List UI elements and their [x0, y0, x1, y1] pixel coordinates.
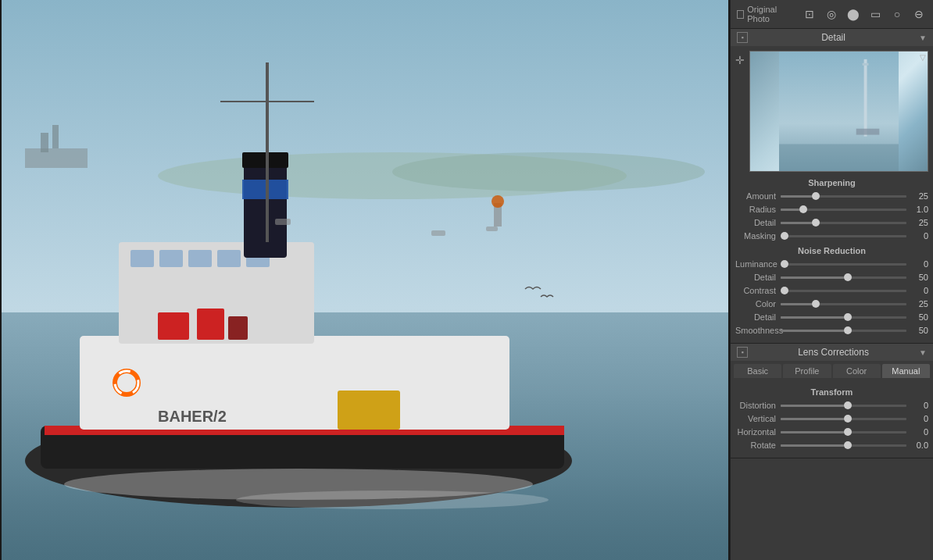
- distortion-value: 0: [906, 401, 928, 410]
- tab-manual[interactable]: Manual: [882, 364, 930, 378]
- svg-rect-31: [275, 219, 291, 225]
- detail-content: ✛: [731, 46, 933, 343]
- thumbnail-nav: ✛: [735, 51, 745, 66]
- original-photo-checkbox[interactable]: Original Photo: [737, 5, 791, 23]
- lens-corrections-title: Lens Corrections: [798, 347, 869, 358]
- record-icon[interactable]: ⬤: [845, 8, 861, 20]
- target-icon[interactable]: ◎: [824, 8, 839, 20]
- nr-detail-slider[interactable]: [781, 272, 906, 283]
- right-panel: Original Photo ⊡ ◎ ⬤ ▭ ○ ⊖ ▪ Detail ▼: [730, 0, 933, 560]
- contrast-slider[interactable]: [781, 285, 906, 296]
- tab-color[interactable]: Color: [833, 364, 881, 378]
- checkbox-icon[interactable]: [737, 10, 744, 19]
- nr-detail-label: Detail: [735, 273, 781, 282]
- detail-collapse-icon[interactable]: ▼: [919, 34, 927, 42]
- lens-collapse-icon[interactable]: ▼: [919, 348, 927, 357]
- luminance-slider[interactable]: [781, 259, 906, 269]
- svg-rect-18: [242, 152, 288, 168]
- circle-icon[interactable]: ○: [889, 8, 905, 20]
- contrast-row: Contrast 0: [735, 285, 928, 296]
- color-detail-slider[interactable]: [781, 312, 906, 323]
- svg-point-30: [236, 490, 549, 509]
- svg-rect-13: [159, 250, 183, 267]
- svg-rect-28: [338, 391, 400, 430]
- tab-basic[interactable]: Basic: [734, 364, 781, 378]
- svg-rect-12: [130, 250, 154, 267]
- lens-corrections-header[interactable]: ▪ Lens Corrections ▼: [731, 344, 933, 361]
- detail-section: ▪ Detail ▼ ✛: [731, 29, 933, 344]
- nav-cross-icon[interactable]: ✛: [735, 54, 745, 66]
- vertical-row: Vertical 0: [735, 413, 928, 424]
- lens-panel-icon: ▪: [737, 347, 748, 358]
- thumbnail-filter-icon: ▽: [920, 53, 926, 62]
- svg-rect-21: [197, 309, 224, 340]
- rotate-row: Rotate 0.0: [735, 440, 928, 451]
- svg-text:BAHER/2: BAHER/2: [158, 408, 227, 425]
- amount-slider[interactable]: [781, 191, 906, 202]
- masking-label: Masking: [735, 231, 781, 241]
- sharp-detail-value: 25: [906, 218, 928, 227]
- distortion-slider[interactable]: [781, 400, 906, 411]
- horizontal-row: Horizontal 0: [735, 426, 928, 437]
- original-photo-label: Original Photo: [747, 5, 791, 23]
- radius-slider[interactable]: [781, 204, 906, 215]
- svg-rect-22: [228, 316, 248, 340]
- svg-rect-4: [25, 148, 88, 168]
- amount-value: 25: [906, 191, 928, 201]
- tab-profile[interactable]: Profile: [783, 364, 831, 378]
- luminance-label: Luminance: [735, 259, 781, 269]
- color-value: 25: [906, 299, 928, 309]
- amount-row: Amount 25: [735, 191, 928, 202]
- detail-header-left: ▪: [737, 32, 748, 43]
- lens-corrections-section: ▪ Lens Corrections ▼ Basic Profile Color…: [731, 344, 933, 458]
- distortion-row: Distortion 0: [735, 400, 928, 411]
- noise-reduction-title: Noise Reduction: [735, 246, 928, 255]
- smoothness-value: 50: [906, 326, 928, 335]
- color-row: Color 25: [735, 298, 928, 309]
- sharp-detail-slider[interactable]: [781, 217, 906, 228]
- masking-value: 0: [906, 231, 928, 241]
- transform-title: Transform: [735, 387, 928, 397]
- vertical-slider[interactable]: [781, 413, 906, 424]
- svg-rect-10: [80, 336, 509, 430]
- toolbar-icons: ⊡ ◎ ⬤ ▭ ○ ⊖: [802, 8, 927, 20]
- nr-detail-row: Detail 50: [735, 272, 928, 283]
- color-label: Color: [735, 299, 781, 309]
- radius-value: 1.0: [906, 205, 928, 214]
- nr-detail-value: 50: [906, 273, 928, 282]
- svg-rect-33: [486, 226, 498, 231]
- smoothness-label: Smoothness: [735, 326, 781, 335]
- vertical-value: 0: [906, 414, 928, 423]
- svg-rect-20: [158, 312, 189, 340]
- svg-rect-5: [41, 133, 48, 152]
- photo-area: BAHER/2: [0, 0, 730, 560]
- lens-tabs: Basic Profile Color Manual: [731, 361, 933, 378]
- contrast-label: Contrast: [735, 286, 781, 295]
- rotate-slider[interactable]: [781, 440, 906, 451]
- smoothness-slider[interactable]: [781, 325, 906, 336]
- rect-icon[interactable]: ▭: [867, 8, 883, 20]
- lens-header-left: ▪: [737, 347, 748, 358]
- color-detail-value: 50: [906, 312, 928, 322]
- top-toolbar: Original Photo ⊡ ◎ ⬤ ▭ ○ ⊖: [731, 0, 933, 29]
- thumbnail-box[interactable]: ▽: [749, 51, 928, 172]
- horizontal-label: Horizontal: [735, 427, 781, 437]
- contrast-value: 0: [906, 286, 928, 295]
- horizontal-slider[interactable]: [781, 426, 906, 437]
- rotate-value: 0.0: [906, 441, 928, 450]
- luminance-row: Luminance 0: [735, 259, 928, 269]
- svg-rect-17: [244, 156, 287, 258]
- detail-panel-icon: ▪: [737, 32, 748, 43]
- svg-point-3: [392, 152, 705, 191]
- minus-icon[interactable]: ⊖: [911, 8, 927, 20]
- color-detail-label: Detail: [735, 312, 781, 322]
- masking-slider[interactable]: [781, 230, 906, 241]
- vertical-label: Vertical: [735, 414, 781, 423]
- color-slider[interactable]: [781, 298, 906, 309]
- svg-rect-40: [779, 144, 899, 171]
- rotate-label: Rotate: [735, 441, 781, 450]
- detail-panel-header[interactable]: ▪ Detail ▼: [731, 29, 933, 46]
- distortion-label: Distortion: [735, 401, 781, 410]
- svg-rect-32: [431, 230, 445, 236]
- crop-icon[interactable]: ⊡: [802, 8, 817, 20]
